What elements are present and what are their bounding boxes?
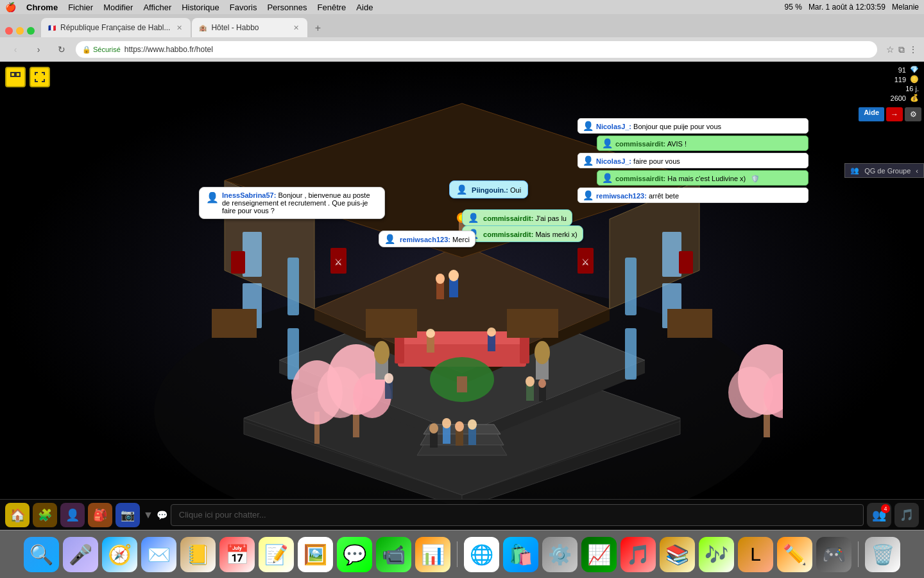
extension-icon[interactable]: ⧉ [898,44,905,55]
dock-item-calendar[interactable]: 📅 [219,537,255,572]
toolbar-icon-inventory[interactable]: 🎒 [88,503,112,527]
svg-point-70 [487,328,496,337]
dock-item-trash[interactable]: 🗑️ [865,537,900,572]
dock-item-mail[interactable]: ✉️ [141,537,176,572]
friend-list-btn[interactable]: 👥 4 [867,503,891,527]
dock-item-safari[interactable]: 🧭 [102,537,137,572]
top-left-controls [5,67,50,87]
dock-item-numbers[interactable]: 📈 [581,537,617,572]
back-button[interactable]: ‹ [6,40,24,58]
dock-item-sketch[interactable]: ✏️ [777,537,812,572]
bubble-speaker-5: remiwsach123: [400,236,450,243]
toolbar-icon-catalog[interactable]: 🧩 [33,503,57,527]
chat-emoji-icon[interactable]: 💬 [157,510,167,520]
url-text: https://www.habbo.fr/hotel [124,45,871,54]
habbo-canvas[interactable]: ⚔ ⚔ [0,62,924,530]
dock-item-appstore[interactable]: 🛍️ [503,537,538,572]
menu-afficher[interactable]: Afficher [143,3,171,12]
dock-item-books[interactable]: 📚 [660,537,695,572]
bubble-text-3: J'ai pas lu [535,215,567,222]
new-tab-button[interactable]: + [309,19,327,37]
dock-item-itunes[interactable]: 🎶 [699,537,734,572]
menu-historique[interactable]: Historique [182,3,219,12]
coin-icon: 🪙 [910,75,919,83]
settings-btn[interactable]: 🎵 [894,503,919,527]
menu-modifier[interactable]: Modifier [103,3,133,12]
tab-favicon-1: 🇫🇷 [47,23,56,32]
menu-icon[interactable]: ⋮ [909,44,918,55]
group-icon: 👥 [850,166,859,175]
menu-chrome[interactable]: Chrome [26,3,58,12]
bookmark-icon[interactable]: ☆ [886,44,894,55]
dock-item-siri[interactable]: 🎤 [63,537,98,572]
chat-text-2: AVIS ! [667,140,687,148]
svg-point-76 [538,379,546,388]
dock-item-finder[interactable]: 🔍 [24,537,59,572]
stats-panel: 91 💎 119 🪙 16 j. 2600 💰 [812,62,924,106]
chat-avatar-3: 👤 [583,155,594,166]
dock-item-notes[interactable]: 📝 [259,537,294,572]
reload-button[interactable]: ↻ [53,40,71,58]
diamond-icon: 💎 [910,66,919,74]
room-toggle-btn[interactable] [5,67,26,87]
dock-item-keynote[interactable]: 📊 [415,537,450,572]
toolbar-icon-camera[interactable]: 📷 [116,503,140,527]
dock-item-chrome[interactable]: 🌐 [464,537,499,572]
chat-msg-3: 👤 NicolasJ_: faire pour vous [578,153,809,168]
room-bubble-commissair-2: 👤 commissairdit: Mais merki x) [462,225,583,242]
svg-point-64 [468,419,477,430]
chat-avatar-4: 👤 [602,173,613,183]
toolbar-icon-home[interactable]: 🏠 [5,503,30,527]
svg-text:⚔: ⚔ [334,257,343,267]
svg-rect-17 [662,232,681,277]
svg-rect-47 [667,309,712,338]
window-maximize[interactable] [27,27,35,35]
tab-habbo[interactable]: 🏨 Hôtel - Habbo ✕ [192,18,307,37]
chat-input[interactable]: Clique ici pour chatter... [171,504,864,526]
dock-item-photos[interactable]: 🖼️ [298,537,333,572]
dock-item-steam[interactable]: 🎮 [816,537,851,572]
chat-dropdown-icon[interactable]: ▼ [143,509,153,521]
bubble-text-4: Mais merki x) [535,231,577,238]
svg-point-80 [436,274,445,284]
chat-msg-5: 👤 remiwsach123: arrêt bete [578,188,809,203]
bubble-speaker-4: commissairdit: [483,231,533,238]
window-close[interactable] [5,27,13,35]
menu-favoris[interactable]: Favoris [230,3,257,12]
dock-item-music[interactable]: 🎵 [620,537,656,572]
window-minimize[interactable] [16,27,24,35]
menu-fenetre[interactable]: Fenêtre [318,3,346,12]
stat-days: 16 j. [817,85,919,92]
tab-republique[interactable]: 🇫🇷 République Française de Habl... ✕ [41,18,191,37]
group-qg-button[interactable]: 👥 QG de Groupe ‹ [844,163,924,178]
svg-point-62 [455,421,464,432]
avatar-icon-iness: 👤 [206,191,219,204]
url-bar[interactable]: 🔒 Sécurisé https://www.habbo.fr/hotel [76,41,877,58]
gear-icon-btn[interactable]: ⚙ [905,107,921,121]
dock: 🔍 🎤 🧭 ✉️ 📒 📅 📝 🖼️ 💬 📹 📊 🌐 🛍️ ⚙️ 📈 🎵 📚 🎶 … [0,530,924,578]
dock-item-facetime[interactable]: 📹 [376,537,411,572]
address-bar: ‹ › ↻ 🔒 Sécurisé https://www.habbo.fr/ho… [0,37,924,62]
fullscreen-btn[interactable] [30,67,50,87]
lock-icon: 🔒 [82,46,91,54]
forward-button[interactable]: › [30,40,47,58]
svg-point-68 [426,329,435,338]
dock-item-messages[interactable]: 💬 [337,537,372,572]
tab-title-2: Hôtel - Habbo [211,23,287,32]
dock-item-sysprefs[interactable]: ⚙️ [542,537,578,572]
address-icons: ☆ ⧉ ⋮ [886,44,918,55]
game-area: ⚔ ⚔ [0,62,924,530]
toolbar-icon-avatar[interactable]: 👤 [60,503,85,527]
svg-rect-19 [287,258,299,315]
menu-fichier[interactable]: Fichier [68,3,93,12]
chat-avatar-2: 👤 [602,138,613,148]
dock-item-contacts[interactable]: 📒 [180,537,216,572]
red-icon-btn[interactable]: → [886,107,903,121]
apple-menu[interactable]: 🍎 [5,2,16,12]
help-button[interactable]: Aide [859,107,884,121]
dock-item-lexicon[interactable]: L [738,537,773,572]
tab-close-1[interactable]: ✕ [174,22,184,33]
menu-personnes[interactable]: Personnes [267,3,307,12]
tab-close-2[interactable]: ✕ [291,22,301,33]
menu-aide[interactable]: Aide [356,3,373,12]
